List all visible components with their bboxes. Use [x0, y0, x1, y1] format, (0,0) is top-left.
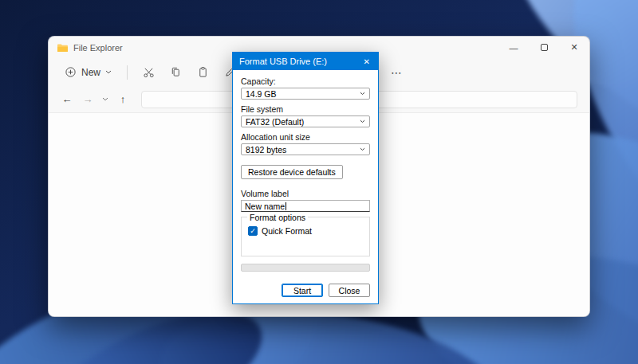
format-options-group: Format options ✓ Quick Format — [241, 217, 370, 256]
dialog-titlebar[interactable]: Format USB Drive (E:) ✕ — [233, 53, 378, 70]
start-button[interactable]: Start — [282, 284, 323, 297]
format-progress-bar — [241, 264, 370, 272]
file-system-value: FAT32 (Default) — [246, 117, 304, 127]
restore-defaults-button[interactable]: Restore device defaults — [241, 165, 343, 179]
plus-circle-icon — [65, 66, 77, 78]
allocation-unit-dropdown[interactable]: 8192 bytes — [241, 143, 370, 155]
cut-button[interactable] — [136, 62, 160, 83]
window-controls: — ✕ — [498, 37, 589, 58]
quick-format-label: Quick Format — [262, 226, 312, 236]
file-system-label: File system — [241, 104, 370, 114]
text-caret — [286, 202, 286, 210]
desktop: File Explorer — ✕ New — [0, 0, 638, 364]
new-button[interactable]: New — [58, 63, 118, 81]
capacity-value: 14.9 GB — [246, 89, 277, 99]
paste-button[interactable] — [191, 62, 215, 83]
scissors-icon — [143, 66, 155, 78]
dialog-title: Format USB Drive (E:) — [239, 57, 327, 66]
new-button-label: New — [81, 67, 100, 78]
toolbar-divider — [127, 65, 128, 80]
file-system-dropdown[interactable]: FAT32 (Default) — [241, 115, 370, 127]
dialog-close-button[interactable]: ✕ — [361, 56, 372, 68]
dialog-buttons: Start Close — [241, 284, 370, 297]
capacity-dropdown[interactable]: 14.9 GB — [241, 88, 370, 100]
allocation-unit-value: 8192 bytes — [246, 145, 286, 155]
volume-label-value: New name — [245, 202, 285, 211]
copy-button[interactable] — [163, 62, 187, 83]
chevron-down-icon — [360, 147, 365, 151]
clipboard-icon — [197, 66, 209, 78]
format-usb-dialog: Format USB Drive (E:) ✕ Capacity: 14.9 G… — [232, 52, 379, 304]
volume-label-label: Volume label — [241, 189, 370, 198]
recent-locations-chevron-icon[interactable] — [102, 97, 108, 101]
capacity-label: Capacity: — [241, 76, 370, 86]
close-window-button[interactable]: ✕ — [559, 37, 589, 58]
volume-label-input[interactable]: New name — [241, 200, 370, 212]
chevron-down-icon — [105, 70, 112, 74]
minimize-button[interactable]: — — [498, 37, 529, 58]
quick-format-row[interactable]: ✓ Quick Format — [248, 226, 363, 236]
format-options-legend: Format options — [247, 213, 308, 222]
maximize-icon — [541, 44, 548, 51]
window-title-group: File Explorer — [57, 43, 123, 53]
folder-icon — [57, 43, 69, 53]
window-title: File Explorer — [73, 43, 123, 53]
chevron-down-icon — [360, 92, 365, 96]
forward-button[interactable]: → — [81, 93, 94, 105]
back-button[interactable]: ← — [61, 93, 73, 105]
up-button[interactable]: ↑ — [116, 93, 129, 105]
chevron-down-icon — [360, 119, 365, 123]
dialog-body: Capacity: 14.9 GB File system FAT32 (Def… — [233, 70, 378, 303]
maximize-button[interactable] — [529, 37, 559, 58]
close-button[interactable]: Close — [329, 284, 370, 297]
allocation-unit-label: Allocation unit size — [241, 132, 370, 142]
more-options-button[interactable]: ⋯ — [387, 64, 406, 81]
copy-icon — [170, 66, 182, 78]
quick-format-checkbox[interactable]: ✓ — [248, 226, 258, 236]
